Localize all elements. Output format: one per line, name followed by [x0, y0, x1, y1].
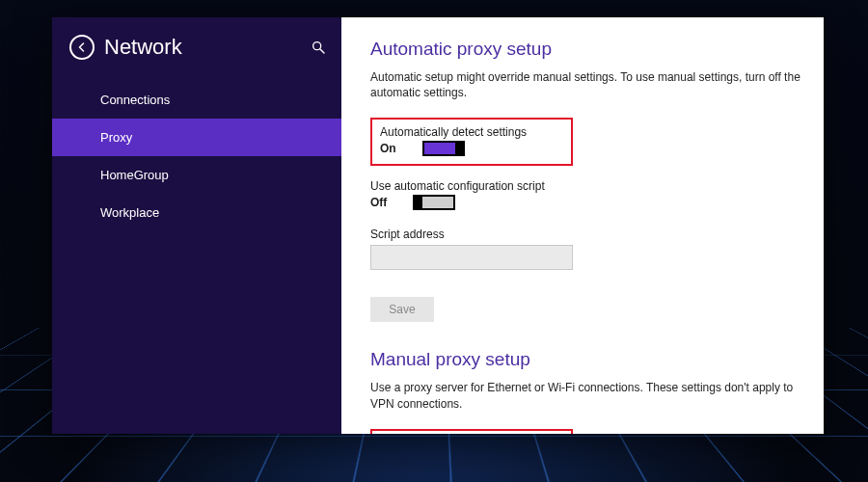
state-auto-detect: On [380, 142, 407, 155]
label-auto-detect: Automatically detect settings [380, 125, 563, 139]
setting-config-script: Use automatic configuration script Off [370, 179, 800, 210]
arrow-left-icon [76, 41, 88, 53]
state-config-script: Off [370, 196, 397, 209]
svg-line-1 [320, 49, 324, 53]
search-button[interactable] [311, 40, 326, 55]
sidebar-nav: Connections Proxy HomeGroup Workplace [52, 81, 341, 231]
section-title-manual: Manual proxy setup [370, 349, 800, 370]
highlight-auto-detect: Automatically detect settings On [370, 118, 573, 166]
highlight-use-proxy: Use a proxy server Off [370, 429, 573, 434]
sidebar: Network Connections Proxy HomeGroup Work… [52, 17, 341, 434]
search-icon [311, 40, 326, 55]
save-button[interactable]: Save [370, 297, 434, 322]
setting-script-address: Script address [370, 228, 800, 270]
svg-point-0 [313, 42, 321, 50]
section-desc-automatic: Automatic setup might override manual se… [370, 69, 800, 100]
sidebar-item-connections[interactable]: Connections [52, 81, 341, 119]
section-title-automatic: Automatic proxy setup [370, 39, 800, 60]
label-config-script: Use automatic configuration script [370, 179, 800, 193]
sidebar-item-proxy[interactable]: Proxy [52, 119, 341, 156]
section-desc-manual: Use a proxy server for Ethernet or Wi-Fi… [370, 380, 800, 411]
toggle-config-script[interactable] [413, 195, 455, 210]
sidebar-item-homegroup[interactable]: HomeGroup [52, 156, 341, 194]
back-button[interactable] [69, 35, 95, 60]
content-pane: Automatic proxy setup Automatic setup mi… [341, 17, 824, 434]
sidebar-header: Network [52, 31, 341, 81]
settings-window: Network Connections Proxy HomeGroup Work… [52, 17, 824, 434]
label-script-address: Script address [370, 228, 800, 241]
input-script-address[interactable] [370, 245, 573, 270]
page-title: Network [104, 35, 301, 60]
sidebar-item-workplace[interactable]: Workplace [52, 194, 341, 231]
toggle-auto-detect[interactable] [422, 141, 465, 156]
